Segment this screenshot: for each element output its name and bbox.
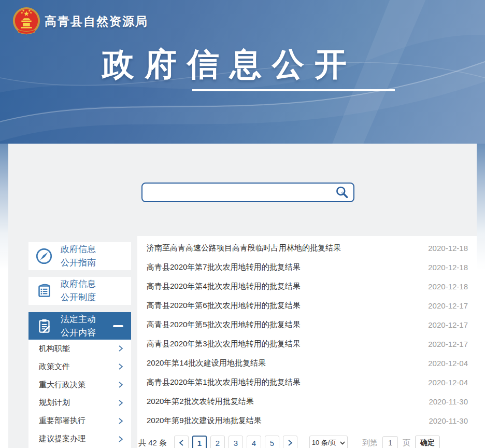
page-number-button[interactable]: 1 [192,436,207,448]
page-numbers: 1 2 3 4 5 [192,436,283,448]
prev-page-button[interactable] [174,436,189,448]
list-item-title[interactable]: 2020年第2批次农转用批复结果 [147,397,254,407]
total-count-label: 共 42 条 [138,438,167,448]
search-icon [335,185,349,200]
list-item-date: 2020-12-18 [428,282,468,291]
sidebar-submenu-item[interactable]: 政策文件 [28,358,131,376]
list-row: 高青县2020年第4批次农用地转用的批复结果 2020-12-18 [137,277,477,296]
chevron-right-icon [288,439,293,446]
goto-confirm-button[interactable]: 确定 [415,436,440,448]
chevron-down-icon [340,441,345,445]
goto-page-suffix: 页 [403,438,410,448]
sidebar-item-statutory-disclosure[interactable]: 法定主动 公开内容 [28,312,131,340]
sidebar-submenu: 机构职能 政策文件 重大行政决策 规划计划 [28,340,131,448]
page-number-button[interactable]: 3 [229,436,243,448]
sidebar-submenu-item[interactable]: 建议提案办理 [28,430,131,448]
banner-title-underline [192,89,395,91]
submenu-item-label: 政策文件 [39,362,70,372]
sidebar-item-label: 政府信息 公开指南 [61,243,96,270]
next-page-button[interactable] [283,436,297,448]
submenu-item-label: 重大行政决策 [39,380,85,390]
list-item-title[interactable]: 高青县2020年第7批次农用地转用的批复结果 [147,262,301,272]
submenu-item-label: 建议提案办理 [39,434,85,444]
sidebar-submenu-item[interactable]: 规划计划 [28,394,131,412]
list-row: 高青县2020年第5批次农用地转用的批复结果 2020-12-17 [137,315,477,334]
list-item-title[interactable]: 2020年第9批次建设用地批复结果 [147,416,262,426]
document-list: 济南至高青高速公路项目高青段临时占用林地的批复结果 2020-12-18 高青县… [137,236,477,448]
national-emblem-logo [11,6,41,38]
sidebar-submenu-item[interactable]: 机构职能 [28,340,131,358]
chevron-right-icon [118,399,124,407]
list-item-date: 2020-12-18 [428,244,468,253]
chevron-right-icon [118,363,124,370]
goto-page-input[interactable] [382,436,398,448]
list-row: 高青县2020年第1批次农用地转用的批复结果 2020-12-04 [137,373,477,392]
sidebar-item-gov-info-system[interactable]: 政府信息 公开制度 [28,277,131,305]
search-button[interactable] [331,184,353,201]
list-item-title[interactable]: 高青县2020年第3批次农用地转用的批复结果 [147,339,301,349]
list-item-date: 2020-12-17 [428,340,468,348]
compass-icon [34,246,54,266]
chevron-right-icon [118,436,124,443]
search-box [141,183,354,202]
list-item-title[interactable]: 高青县2020年第5批次农用地转用的批复结果 [147,320,301,330]
banner-title: 政府信息公开 [0,43,472,86]
list-item-title[interactable]: 2020年第14批次建设用地批复结果 [147,358,266,368]
list-row: 2020年第14批次建设用地批复结果 2020-12-04 [137,354,477,373]
list-row: 高青县2020年第6批次农用地转用的批复结果 2020-12-17 [137,296,477,315]
submenu-item-label: 规划计划 [39,398,70,408]
list-item-title[interactable]: 高青县2020年第6批次农用地转用的批复结果 [147,301,301,311]
banner: 高青县自然资源局 政府信息公开 [0,0,485,144]
site-name: 高青县自然资源局 [45,13,148,30]
chevron-right-icon [118,381,124,388]
chevron-left-icon [179,439,184,446]
page-number-button[interactable]: 5 [265,436,279,448]
chevron-right-icon [118,417,124,425]
page-size-select[interactable]: 10 条/页 [309,436,348,448]
page-size-value: 10 条/页 [312,438,337,447]
list-row: 高青县2020年第7批次农用地转用的批复结果 2020-12-18 [137,258,477,277]
collapse-minus-icon[interactable] [113,325,123,327]
pagination-bar: 共 42 条 1 2 3 4 5 10 条/页 [138,436,440,448]
list-item-date: 2020-12-17 [428,320,468,329]
list-item-date: 2020-12-04 [428,359,468,368]
list-row: 2020年第9批次建设用地批复结果 2020-11-30 [137,411,477,430]
sidebar-submenu-item[interactable]: 重要部署执行 [28,412,131,430]
list-row: 2020年第2批次农转用批复结果 2020-11-30 [137,392,477,411]
chevron-right-icon [118,345,124,352]
goto-page-prefix: 到第 [362,438,378,448]
submenu-item-label: 重要部署执行 [39,416,85,426]
list-item-date: 2020-12-18 [428,263,468,272]
sidebar-item-label: 政府信息 公开制度 [61,277,96,304]
list-item-date: 2020-12-04 [428,378,468,387]
sidebar-item-gov-info-guide[interactable]: 政府信息 公开指南 [28,242,131,270]
list-row: 高青县2020年第3批次农用地转用的批复结果 2020-12-17 [137,334,477,354]
list-row: 济南至高青高速公路项目高青段临时占用林地的批复结果 2020-12-18 [137,239,477,258]
list-item-title[interactable]: 济南至高青高速公路项目高青段临时占用林地的批复结果 [147,243,341,253]
submenu-item-label: 机构职能 [39,344,70,354]
list-item-date: 2020-12-17 [428,301,468,310]
list-item-title[interactable]: 高青县2020年第4批次农用地转用的批复结果 [147,282,301,291]
sidebar-submenu-item[interactable]: 重大行政决策 [28,376,131,394]
page-number-button[interactable]: 4 [247,436,261,448]
list-item-date: 2020-11-30 [429,416,468,425]
document-list-icon [34,281,54,301]
list-item-title[interactable]: 高青县2020年第1批次农用地转用的批复结果 [147,377,301,387]
page-number-button[interactable]: 2 [210,436,225,448]
list-item-date: 2020-11-30 [429,397,468,406]
search-input[interactable] [142,185,331,200]
sidebar-item-label: 法定主动 公开内容 [61,313,96,340]
clipboard-pencil-icon [34,316,54,336]
page: 高青县自然资源局 政府信息公开 政府信息 公开指南 [0,0,485,448]
